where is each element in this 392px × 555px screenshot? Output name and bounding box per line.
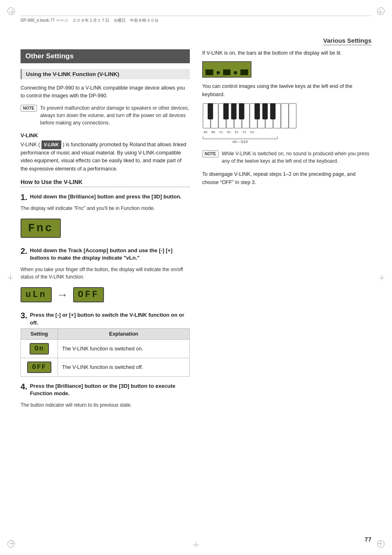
step-1: 1. Hold down the [Brilliance] button and… <box>21 193 190 241</box>
vlink-bar-3 <box>240 69 248 75</box>
bottom-center-cross <box>193 542 199 548</box>
svg-text:A0: A0 <box>204 131 208 134</box>
page-number: 77 <box>364 536 371 543</box>
table-setting-on: On <box>21 339 58 358</box>
corner-cross-br <box>377 540 383 546</box>
svg-rect-12 <box>208 104 213 119</box>
svg-text:F1: F1 <box>243 131 246 134</box>
sub-section-heading: Using the V-LINK Function (V-LINK) <box>21 69 190 79</box>
arrow-icon: → <box>57 288 68 302</box>
lcd-fnc: Fnc <box>21 219 61 238</box>
header-bar: DP-990_e.book 77 ページ ２０９年２月１７日 火曜日 午前８時３… <box>21 16 371 23</box>
lcd-on: On <box>30 343 49 355</box>
step1-title: Hold down the [Brilliance] button and pr… <box>30 193 190 200</box>
table-col2-header: Explanation <box>58 328 190 339</box>
step1-body: The display will indicate "Fnc" and you'… <box>21 205 190 212</box>
note-box-2: NOTE While V-LINK is switched on, no sou… <box>202 150 371 165</box>
svg-text:C1: C1 <box>219 131 223 134</box>
svg-text:B0: B0 <box>212 131 215 134</box>
settings-table: Setting Explanation On The V-LINK functi… <box>21 328 190 377</box>
mid-left-cross <box>7 275 13 281</box>
right-text3: To disengage V-LINK, repeat steps 1–2 on… <box>202 170 371 187</box>
svg-rect-14 <box>231 104 236 119</box>
svg-text:D1: D1 <box>227 131 231 134</box>
step2-title: Hold down the Track [Accomp] button and … <box>30 247 190 262</box>
keyboard-diagram: A0 B0 C1 D1 E1 F1 G1 A0 – G1# <box>202 103 371 145</box>
dotted-separator <box>21 187 190 187</box>
keyboard-svg: A0 B0 C1 D1 E1 F1 G1 A0 – G1# <box>202 103 297 144</box>
vlink-bar-2 <box>223 69 231 75</box>
step3-title: Press the [-] or [+] button to switch th… <box>30 311 190 326</box>
vlink-dot-2 <box>234 71 237 74</box>
step-3: 3. Press the [-] or [+] button to switch… <box>21 311 190 376</box>
step-2: 2. Hold down the Track [Accomp] button a… <box>21 247 190 306</box>
vlink-dot-1 <box>217 71 220 74</box>
table-setting-off: OFF <box>21 358 58 376</box>
step-4: 4. Press the [Brilliance] button or the … <box>21 382 190 409</box>
main-content: Other Settings Using the V-LINK Function… <box>21 49 371 530</box>
page-title-area: Various Settings <box>323 37 371 45</box>
table-row-on: On The V-LINK function is switched on. <box>21 339 190 358</box>
step1-number: 1. <box>21 193 28 201</box>
table-col1-header: Setting <box>21 328 58 339</box>
left-column: Other Settings Using the V-LINK Function… <box>21 49 190 530</box>
right-column: If V-LINK is on, the bars at the bottom … <box>202 49 371 530</box>
svg-text:E1: E1 <box>235 131 239 134</box>
svg-rect-18 <box>270 104 275 119</box>
note2-text: While V-LINK is switched on, no sound is… <box>222 150 371 165</box>
svg-text:G1: G1 <box>250 131 254 134</box>
step2-body: When you take your finger off the button… <box>21 266 190 281</box>
note2-label: NOTE <box>202 150 219 157</box>
corner-cross-bl <box>9 540 15 546</box>
header-text: DP-990_e.book 77 ページ ２０９年２月１７日 火曜日 午前８時３… <box>21 18 159 23</box>
vlink-bar-display <box>202 61 251 78</box>
corner-cross-tr <box>377 9 383 15</box>
lcd-off-step2: OFF <box>73 287 104 302</box>
vlink-heading: V-LINK <box>21 132 190 138</box>
section-heading: Other Settings <box>21 49 190 63</box>
vlink-badge: V-LINK <box>42 140 61 149</box>
table-explanation-on: The V-LINK function is switched on. <box>58 339 190 358</box>
step4-body: The button indicator will return to its … <box>21 401 190 409</box>
how-to-heading: How to Use the V-LINK <box>21 179 190 185</box>
note-box-1: NOTE To prevent malfunction and/or damag… <box>21 104 190 127</box>
svg-text:A0 – G1#: A0 – G1# <box>232 140 248 144</box>
note1-text: To prevent malfunction and/or damage to … <box>40 104 190 127</box>
lcd-off-table: OFF <box>27 362 51 373</box>
step4-title: Press the [Brilliance] button or the [3D… <box>30 382 190 397</box>
table-row-off: OFF The V-LINK function is switched off. <box>21 358 190 376</box>
note1-label: NOTE <box>21 105 37 112</box>
table-explanation-off: The V-LINK function is switched off. <box>58 358 190 376</box>
corner-cross-tl <box>9 9 15 15</box>
vlink-bar-1 <box>205 69 213 75</box>
mid-right-cross <box>379 275 385 281</box>
svg-rect-17 <box>263 104 267 119</box>
svg-rect-11 <box>289 104 296 128</box>
svg-rect-16 <box>255 104 260 119</box>
svg-rect-13 <box>224 104 228 119</box>
svg-rect-15 <box>239 104 244 119</box>
right-text1: If V-LINK is on, the bars at the bottom … <box>202 49 371 57</box>
lcd-arrow-row: uLn → OFF <box>21 284 190 306</box>
lcd-uln: uLn <box>21 287 52 302</box>
intro-text: Connecting the DP-990 to a V-LINK compat… <box>21 84 190 100</box>
svg-rect-10 <box>281 104 288 128</box>
step3-number: 3. <box>21 311 28 320</box>
title-underline <box>323 45 371 45</box>
page-title: Various Settings <box>323 37 371 44</box>
right-text2: You can control images using the twelve … <box>202 83 371 99</box>
step2-number: 2. <box>21 247 28 255</box>
step4-number: 4. <box>21 382 28 391</box>
vlink-desc: V-LINK ( V-LINK ) is functionality promo… <box>21 140 190 173</box>
